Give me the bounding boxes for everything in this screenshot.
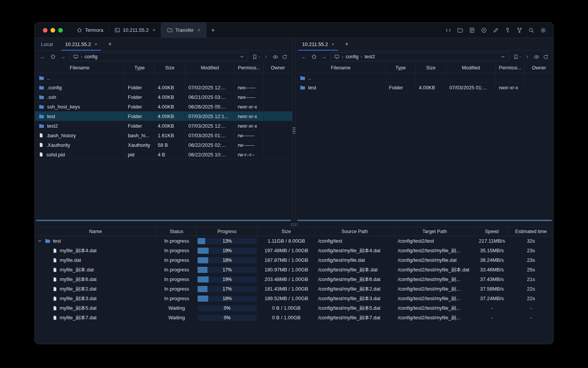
settings-icon[interactable] xyxy=(540,27,547,34)
computer-icon xyxy=(73,54,78,59)
transfer-row[interactable]: myfile_副本3.datIn progress18%189.52MB / 1… xyxy=(35,294,553,303)
transfer-column-header[interactable]: Source Path xyxy=(315,227,395,236)
pane-tab-close-icon[interactable]: × xyxy=(95,41,98,47)
file-row[interactable]: ssh_host_keysFolder4.00KB06/26/2025 05:.… xyxy=(35,102,292,112)
column-header[interactable]: Type xyxy=(386,63,416,73)
code-icon[interactable] xyxy=(445,27,452,34)
pane-tab-local[interactable]: Local xyxy=(35,38,59,50)
transfer-column-header[interactable]: Progress xyxy=(197,227,258,236)
breadcrumb-segment[interactable]: test2 xyxy=(364,54,375,59)
show-hidden-eye-icon[interactable] xyxy=(532,54,541,60)
scrollbar-thumb[interactable] xyxy=(297,220,552,221)
file-row[interactable]: sshd.pidpid4 B06/22/2025 10:...rw-r--r-- xyxy=(35,150,292,159)
file-icon xyxy=(52,267,57,273)
refresh-icon[interactable] xyxy=(541,54,550,60)
file-row[interactable]: .bash_historybash_hi...1.61KB07/03/2025 … xyxy=(35,131,292,140)
new-tab-button[interactable]: + xyxy=(206,23,220,38)
file-name-cell: test2 xyxy=(35,121,125,130)
back-button[interactable]: ← xyxy=(38,54,47,60)
transfer-status: In progress xyxy=(157,284,197,294)
column-header[interactable]: Permissi... xyxy=(235,63,264,73)
path-bar[interactable]: › config › test2 xyxy=(331,52,509,61)
transfer-column-header[interactable]: Target Path xyxy=(395,227,475,236)
tab-close-icon[interactable]: × xyxy=(198,27,201,33)
folder-icon[interactable] xyxy=(457,27,464,34)
column-header[interactable]: Type xyxy=(125,63,155,73)
new-pane-tab-button[interactable]: + xyxy=(103,38,116,50)
pane-tab-host[interactable]: 10.211.55.2 × xyxy=(59,38,103,50)
scrollbar-thumb[interactable] xyxy=(36,220,291,221)
forward-button[interactable]: → xyxy=(319,54,328,60)
vertical-splitter[interactable] xyxy=(292,38,296,222)
file-type: Folder xyxy=(125,102,155,111)
search-icon[interactable] xyxy=(528,27,535,34)
transfer-name: myfile_副本7.dat xyxy=(60,314,96,321)
upload-button[interactable]: ↑ xyxy=(523,54,531,60)
transfer-column-header[interactable]: Name xyxy=(35,227,157,236)
horizontal-splitter[interactable] xyxy=(35,222,553,227)
breadcrumb-segment[interactable]: config xyxy=(85,54,97,59)
transfer-row[interactable]: myfile_副本7.datWaiting0%0 B / 1.00GB/conf… xyxy=(35,313,553,322)
new-pane-tab-button[interactable]: + xyxy=(340,38,353,50)
file-row[interactable]: .XauthorityXauthority58 B06/22/2025 02:.… xyxy=(35,140,292,150)
chevron-down-icon[interactable] xyxy=(500,54,506,59)
transfer-row[interactable]: myfile_副本2.datIn progress17%181.43MB / 1… xyxy=(35,284,553,294)
file-row[interactable]: testFolder4.00KB07/03/2025 01:...rwxr-xr… xyxy=(296,83,553,92)
branch-icon[interactable] xyxy=(516,27,523,34)
transfer-row[interactable]: myfile_副本.datIn progress17%180.97MB / 1.… xyxy=(35,265,553,274)
refresh-icon[interactable] xyxy=(280,54,289,60)
column-header[interactable]: Permissi... xyxy=(496,63,525,73)
pane-tab-host[interactable]: 10.211.55.2 × xyxy=(296,38,340,50)
file-row[interactable]: .. xyxy=(35,73,292,83)
transfer-row[interactable]: myfile_副本6.datIn progress19%203.48MB / 1… xyxy=(35,274,553,284)
column-header[interactable]: Modified xyxy=(446,63,496,73)
home-button[interactable] xyxy=(48,54,57,60)
upload-button[interactable]: ↑ xyxy=(262,54,270,60)
key-icon[interactable] xyxy=(504,27,511,34)
transfer-column-header[interactable]: Estimated time xyxy=(509,227,553,236)
bookmark-dropdown-icon[interactable] xyxy=(518,55,522,59)
transfer-column-header[interactable]: Speed xyxy=(475,227,509,236)
tab-transfer[interactable]: Transfer × xyxy=(161,23,206,38)
record-icon[interactable] xyxy=(480,27,487,34)
file-row[interactable]: .sshFolder4.00KB06/21/2025 03:...rwx----… xyxy=(35,92,292,102)
transfer-target-path: /config/test2/test/myfile_副本.dat xyxy=(395,265,475,274)
tab-termora[interactable]: Termora xyxy=(71,23,109,38)
column-header[interactable]: Size xyxy=(155,63,185,73)
file-row[interactable]: .configFolder4.00KB07/02/2025 12:...rwx-… xyxy=(35,83,292,92)
file-row[interactable]: test2Folder4.00KB07/03/2025 12:...rwxr-x… xyxy=(35,121,292,131)
tab-host[interactable]: 10.211.55.2 × xyxy=(109,23,161,38)
file-row[interactable]: testFolder4.00KB07/03/2025 12:1...rwxr-x… xyxy=(35,112,292,121)
forward-button[interactable]: → xyxy=(58,54,67,60)
path-bar[interactable]: › config xyxy=(70,52,248,61)
column-header[interactable]: Owner xyxy=(264,63,292,73)
back-button[interactable]: ← xyxy=(299,54,309,60)
column-header[interactable]: Filename xyxy=(35,63,125,73)
transfer-row[interactable]: testIn progress13%1.11GB / 8.00GB/config… xyxy=(35,236,553,246)
close-window-button[interactable] xyxy=(43,28,47,33)
pane-tab-close-icon[interactable]: × xyxy=(332,41,335,47)
chevron-down-icon[interactable] xyxy=(239,54,245,59)
breadcrumb-segment[interactable]: config xyxy=(346,54,358,59)
minimize-window-button[interactable] xyxy=(51,28,55,33)
file-modified: 06/22/2025 02:... xyxy=(185,140,235,150)
column-header[interactable]: Filename xyxy=(296,63,386,73)
file-row[interactable]: .. xyxy=(296,73,553,83)
transfer-row[interactable]: myfile.datIn progress18%187.87MB / 1.00G… xyxy=(35,255,553,265)
expand-chevron-icon[interactable] xyxy=(37,238,42,243)
zoom-window-button[interactable] xyxy=(58,28,63,33)
transfer-column-header[interactable]: Size xyxy=(258,227,315,236)
pencil-icon[interactable] xyxy=(492,27,499,34)
tab-close-icon[interactable]: × xyxy=(152,27,155,33)
pane-tab-label: 10.211.55.2 xyxy=(302,41,328,47)
column-header[interactable]: Owner xyxy=(525,63,553,73)
clipboard-icon[interactable] xyxy=(469,27,475,34)
column-header[interactable]: Modified xyxy=(185,63,235,73)
home-button[interactable] xyxy=(309,54,318,60)
show-hidden-eye-icon[interactable] xyxy=(271,54,279,60)
bookmark-dropdown-icon[interactable] xyxy=(257,55,261,59)
transfer-row[interactable]: myfile_副本4.datIn progress19%197.48MB / 1… xyxy=(35,246,553,255)
transfer-column-header[interactable]: Status xyxy=(157,227,197,236)
column-header[interactable]: Size xyxy=(416,63,446,73)
transfer-row[interactable]: myfile_副本5.datWaiting0%0 B / 1.00GB/conf… xyxy=(35,303,553,313)
